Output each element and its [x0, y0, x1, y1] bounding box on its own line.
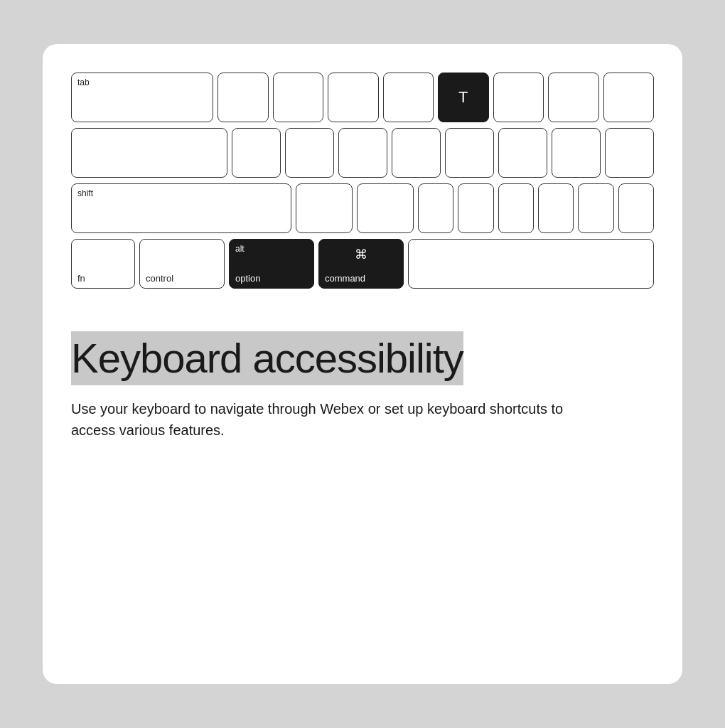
key-w [273, 73, 324, 122]
keyboard-row-2 [71, 128, 654, 178]
key-t: T [438, 73, 489, 122]
key-control-label: control [146, 273, 173, 284]
key-comma [618, 183, 654, 233]
main-card: tab T shift [43, 44, 682, 684]
key-y [493, 73, 544, 122]
key-z [296, 183, 353, 233]
keyboard-row-1: tab T [71, 73, 654, 122]
keyboard-row-3: shift [71, 183, 654, 233]
key-t-label: T [458, 88, 468, 107]
key-v [458, 183, 493, 233]
key-x [357, 183, 414, 233]
key-space [408, 239, 654, 289]
keyboard-diagram: tab T shift [71, 73, 654, 289]
key-r [383, 73, 434, 122]
key-tab-label: tab [77, 77, 90, 87]
key-d [338, 128, 387, 178]
page-description: Use your keyboard to navigate through We… [71, 398, 611, 441]
page-title: Keyboard accessibility [71, 335, 463, 381]
key-e [328, 73, 379, 122]
keyboard-row-4: fn control alt option ⌘ command [71, 239, 654, 289]
key-b [498, 183, 534, 233]
key-shift-label: shift [77, 188, 93, 198]
key-m [578, 183, 613, 233]
key-j [552, 128, 601, 178]
key-h [498, 128, 547, 178]
key-a [232, 128, 281, 178]
key-option-bottom-label: option [235, 273, 260, 284]
key-option-top-label: alt [235, 244, 245, 254]
key-i [603, 73, 655, 122]
heading-block: Keyboard accessibility Use your keyboard… [71, 331, 654, 441]
key-command-bottom-label: command [325, 273, 365, 284]
key-k [605, 128, 654, 178]
key-tab: tab [71, 73, 213, 122]
key-shift: shift [71, 183, 291, 233]
key-q [218, 73, 269, 122]
key-caps [71, 128, 227, 178]
key-n [538, 183, 574, 233]
key-fn: fn [71, 239, 135, 289]
key-control: control [139, 239, 225, 289]
key-command-top-label: ⌘ [355, 247, 367, 262]
key-c [418, 183, 453, 233]
heading-highlight: Keyboard accessibility [71, 331, 463, 385]
key-command: ⌘ command [318, 239, 404, 289]
key-u [548, 73, 599, 122]
key-f [392, 128, 441, 178]
key-g [445, 128, 494, 178]
key-fn-label: fn [77, 273, 85, 284]
key-option: alt option [229, 239, 314, 289]
key-s [285, 128, 334, 178]
